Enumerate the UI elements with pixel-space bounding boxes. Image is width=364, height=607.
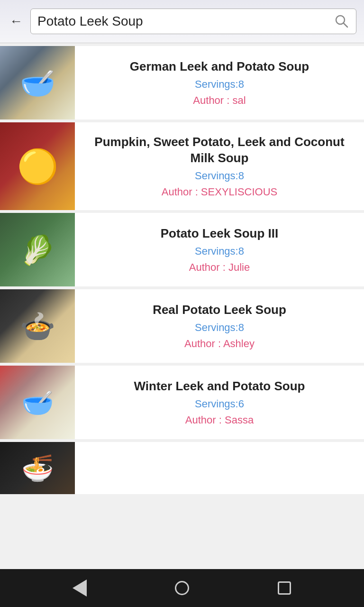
recipe-author: Author : Julie — [189, 261, 250, 274]
recipe-thumbnail — [0, 442, 75, 494]
recipe-author: Author : SEXYLISCIOUS — [162, 186, 278, 198]
recipe-thumbnail — [0, 213, 75, 286]
recipe-item[interactable]: Potato Leek Soup III Servings:8 Author :… — [0, 213, 364, 286]
recipe-info: Pumpkin, Sweet Potato, Leek and Coconut … — [75, 122, 364, 210]
recipe-info: Real Potato Leek Soup Servings:8 Author … — [75, 289, 364, 363]
recipe-servings: Servings:8 — [195, 245, 244, 258]
search-button[interactable] — [334, 14, 349, 29]
recipe-item[interactable]: German Leek and Potato Soup Servings:8 A… — [0, 46, 364, 120]
recipe-item[interactable]: Pumpkin, Sweet Potato, Leek and Coconut … — [0, 122, 364, 210]
nav-home-icon — [175, 581, 189, 595]
nav-recents-button[interactable] — [273, 576, 296, 600]
recipe-item[interactable] — [0, 442, 364, 494]
recipe-info: Winter Leek and Potato Soup Servings:6 A… — [75, 366, 364, 439]
svg-line-1 — [344, 23, 348, 28]
recipe-author: Author : Ashley — [184, 338, 255, 350]
recipe-item[interactable]: Real Potato Leek Soup Servings:8 Author … — [0, 289, 364, 363]
nav-back-icon — [73, 579, 87, 597]
search-input-container — [30, 9, 356, 34]
recipe-servings: Servings:6 — [195, 398, 244, 410]
search-bar: ← — [0, 0, 364, 43]
recipe-title: Pumpkin, Sweet Potato, Leek and Coconut … — [84, 134, 355, 166]
recipe-title: German Leek and Potato Soup — [130, 59, 309, 75]
nav-back-button[interactable] — [68, 576, 91, 600]
recipe-item[interactable]: Winter Leek and Potato Soup Servings:6 A… — [0, 366, 364, 439]
search-input[interactable] — [37, 14, 334, 29]
recipe-info: German Leek and Potato Soup Servings:8 A… — [75, 46, 364, 120]
recipe-servings: Servings:8 — [195, 322, 244, 334]
recipe-author: Author : Sassa — [185, 414, 254, 426]
recipe-title: Real Potato Leek Soup — [153, 302, 286, 318]
recipe-info: Potato Leek Soup III Servings:8 Author :… — [75, 213, 364, 286]
recipe-thumbnail — [0, 366, 75, 439]
recipe-servings: Servings:8 — [195, 170, 244, 182]
nav-bar — [0, 569, 364, 607]
recipe-author: Author : sal — [193, 94, 246, 107]
search-icon — [334, 14, 349, 29]
nav-home-button[interactable] — [170, 576, 194, 600]
recipe-thumbnail — [0, 122, 75, 210]
recipe-list: German Leek and Potato Soup Servings:8 A… — [0, 43, 364, 569]
recipe-servings: Servings:8 — [195, 78, 244, 91]
recipe-title: Winter Leek and Potato Soup — [134, 378, 305, 395]
recipe-thumbnail — [0, 46, 75, 120]
nav-recents-icon — [278, 581, 291, 595]
recipe-title: Potato Leek Soup III — [161, 226, 278, 242]
recipe-thumbnail — [0, 289, 75, 363]
back-button[interactable]: ← — [8, 15, 25, 28]
